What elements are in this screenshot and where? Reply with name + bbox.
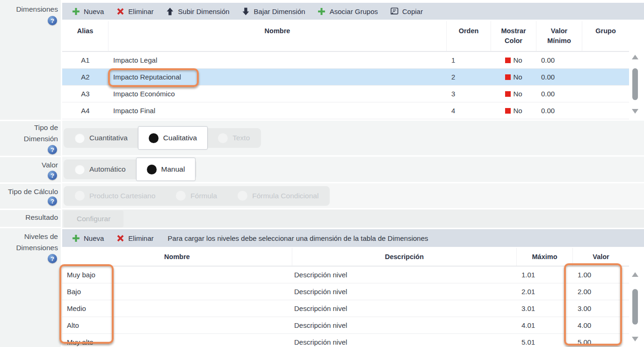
section-label-tipo-dimension: Tipo de Dimensión — [9, 122, 58, 145]
delete-level-button[interactable]: Eliminar — [111, 231, 158, 245]
plus-icon — [72, 7, 80, 15]
table-row-a1[interactable]: A1 Impacto Legal 1 No 0.00 — [62, 52, 629, 69]
cell-valor-minimo: 0.00 — [536, 86, 582, 102]
cell-alias: A1 — [62, 52, 109, 68]
help-icon[interactable]: ? — [48, 171, 57, 180]
radio-label: Cuantitativa — [89, 134, 128, 142]
scroll-down-arrow[interactable] — [632, 109, 638, 114]
niveles-toolbar: Nueva Eliminar Para cargar los niveles d… — [62, 229, 644, 247]
column-header-descripcion: Descripción — [292, 248, 517, 266]
scrollbar-thumb[interactable] — [632, 289, 638, 325]
new-dimension-button[interactable]: Nueva — [67, 4, 109, 18]
button-label: Nueva — [84, 234, 104, 242]
help-icon[interactable]: ? — [48, 145, 57, 154]
section-label-dimensiones: Dimensiones — [3, 4, 58, 15]
help-icon[interactable]: ? — [48, 254, 57, 263]
cell-maximo: 2.01 — [517, 283, 573, 300]
column-header-grupo: Grupo — [582, 21, 629, 51]
levels-table-header: Nombre Descripción Máximo Valor — [62, 248, 629, 267]
cell-orden: 1 — [447, 52, 491, 68]
cell-nombre: Alto — [62, 317, 292, 333]
level-row-muy-alto[interactable]: Muy alto Descripción nivel 5.01 5.00 — [62, 334, 629, 347]
help-icon[interactable]: ? — [48, 196, 57, 206]
dimensions-table-header: Alias Nombre Orden Mostrar Color Valor M… — [62, 21, 629, 52]
radio-circle-icon — [75, 191, 85, 201]
section-label-valor: Valor — [3, 159, 58, 171]
radio-circle-icon — [176, 191, 186, 201]
dimensions-toolbar: Nueva Eliminar Subir Dimensión Bajar Dim… — [62, 3, 644, 20]
button-label: Nueva — [84, 7, 104, 15]
tipo-dimension-radio-group: Cuantitativa Cualitativa Texto — [64, 128, 261, 148]
cell-alias: A2 — [62, 69, 109, 85]
main-content: Nueva Eliminar Subir Dimensión Bajar Dim… — [62, 0, 644, 347]
radio-automatico[interactable]: Automático — [65, 159, 136, 179]
radio-cuantitativa[interactable]: Cuantitativa — [65, 128, 138, 148]
question-mark-icon: ? — [48, 196, 57, 206]
radio-label: Fórmula Condicional — [252, 192, 318, 200]
radio-circle-icon — [75, 133, 85, 143]
level-row-bajo[interactable]: Bajo Descripción nivel 2.01 2.00 — [62, 283, 629, 300]
radio-label: Automático — [89, 165, 126, 174]
associate-groups-button[interactable]: Asociar Grupos — [313, 4, 383, 18]
radio-producto-cartesiano-disabled: Producto Cartesiano — [65, 186, 166, 206]
table-row-a3[interactable]: A3 Impacto Económico 3 No 0.00 — [62, 86, 629, 102]
cell-descripcion: Descripción nivel — [292, 283, 517, 300]
cell-mostrar-color: No — [491, 69, 536, 85]
section-divider — [0, 227, 61, 228]
move-dimension-up-button[interactable]: Subir Dimensión — [161, 4, 234, 18]
valor-radio-group: Automático Manual — [64, 159, 196, 179]
radio-circle-icon — [238, 191, 247, 201]
button-label: Copiar — [402, 7, 423, 15]
cell-valor: 3.00 — [573, 300, 629, 317]
scroll-down-arrow[interactable] — [632, 337, 638, 341]
table-row-a4[interactable]: A4 Impacto Final 4 No 0.00 — [62, 102, 629, 119]
cell-descripcion: Descripción nivel — [292, 267, 517, 283]
scroll-up-arrow[interactable] — [632, 55, 638, 59]
radio-formula-disabled: Fórmula — [166, 186, 227, 206]
plus-icon — [318, 7, 326, 15]
cell-valor: 1.00 — [573, 267, 629, 283]
tipo-dimension-section: Cuantitativa Cualitativa Texto — [62, 121, 644, 155]
level-row-muy-bajo[interactable]: Muy bajo Descripción nivel 1.01 1.00 — [62, 267, 629, 283]
radio-cualitativa-selected[interactable]: Cualitativa — [138, 126, 208, 150]
column-header-nombre: Nombre — [109, 21, 447, 51]
question-mark-icon: ? — [48, 16, 57, 25]
resultado-section: Configurar — [62, 210, 644, 228]
cell-nombre: Muy alto — [62, 334, 292, 347]
cell-maximo: 5.01 — [517, 334, 573, 347]
column-header-alias: Alias — [62, 21, 109, 51]
valor-section: Automático Manual — [62, 157, 644, 182]
cell-orden: 4 — [447, 102, 491, 119]
radio-circle-icon — [147, 165, 157, 174]
cell-maximo: 4.01 — [517, 317, 573, 333]
radio-manual-selected[interactable]: Manual — [136, 158, 196, 181]
plus-icon — [72, 234, 80, 242]
cell-orden: 2 — [447, 69, 491, 85]
tipo-calculo-radio-group: Producto Cartesiano Fórmula Fórmula Cond… — [64, 186, 330, 206]
cell-nombre: Impacto Legal — [109, 52, 447, 68]
question-mark-icon: ? — [48, 145, 57, 154]
scroll-up-arrow[interactable] — [632, 272, 638, 277]
new-level-button[interactable]: Nueva — [67, 231, 109, 245]
radio-label: Fórmula — [190, 192, 217, 200]
level-row-medio[interactable]: Medio Descripción nivel 3.01 3.00 — [62, 300, 629, 317]
column-header-maximo: Máximo — [517, 248, 573, 266]
radio-circle-icon — [75, 165, 85, 174]
cell-grupo — [582, 102, 629, 119]
cell-descripcion: Descripción nivel — [292, 317, 517, 333]
vertical-scrollbar — [632, 272, 638, 341]
cell-descripcion: Descripción nivel — [292, 334, 517, 347]
level-row-alto[interactable]: Alto Descripción nivel 4.01 4.00 — [62, 317, 629, 334]
cell-alias: A4 — [62, 102, 109, 119]
scrollbar-thumb[interactable] — [632, 68, 638, 100]
help-icon[interactable]: ? — [48, 16, 57, 25]
button-label: Asociar Grupos — [330, 7, 378, 15]
copy-button[interactable]: Copiar — [385, 4, 427, 18]
cell-grupo — [582, 52, 629, 68]
move-dimension-down-button[interactable]: Bajar Dimensión — [237, 4, 310, 18]
cell-orden: 3 — [447, 86, 491, 102]
column-header-mostrar-color: Mostrar Color — [491, 21, 536, 51]
delete-dimension-button[interactable]: Eliminar — [111, 4, 158, 18]
button-label: Eliminar — [128, 7, 153, 15]
table-row-a2-selected[interactable]: A2 Impacto Reputacional 2 No 0.00 — [62, 69, 629, 86]
